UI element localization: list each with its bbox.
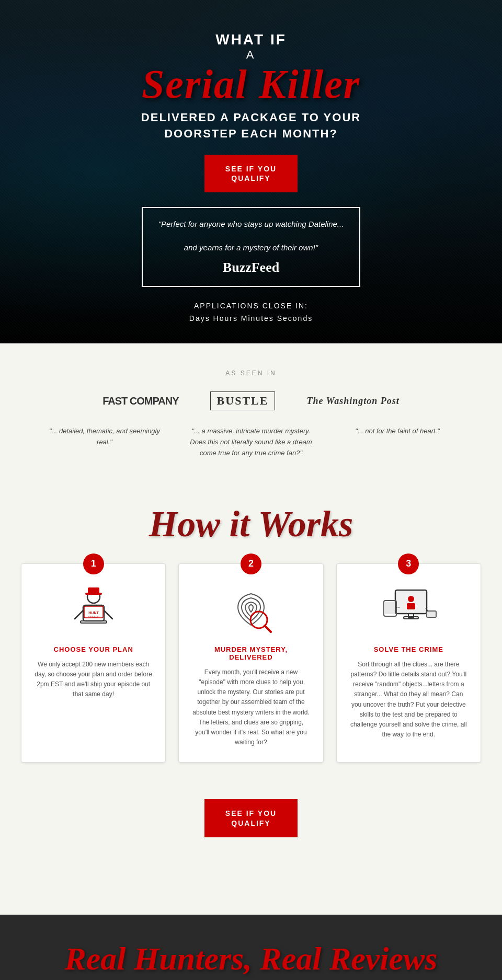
svg-rect-5: [81, 621, 107, 623]
as-seen-in-section: AS SEEN IN FAST COMPANY BUSTLE The Washi…: [0, 343, 502, 485]
press-quote-2: "... a massive, intricate murder mystery…: [188, 426, 314, 458]
hero-subtitle: DELIVERED A PACKAGE TO YOUR DOORSTEP EAC…: [120, 110, 382, 142]
cta-section: SEE IF YOUQUALIFY: [21, 789, 481, 883]
svg-text:HUNT: HUNT: [88, 611, 99, 615]
step-title-3: SOLVE THE CRIME: [349, 645, 468, 653]
steps-container: 1 HUNT × KILLER: [21, 563, 481, 763]
step-title-1: CHOOSE YOUR PLAN: [34, 645, 153, 653]
svg-rect-15: [407, 603, 415, 609]
step-desc-3: Sort through all the clues... are there …: [349, 660, 468, 740]
press-quotes: "... detailed, thematic, and seemingly r…: [42, 426, 460, 458]
step-icon-1: HUNT × KILLER: [62, 585, 125, 637]
reviews-section: Real Hunters, Real Reviews ✓ TRUSTPILOT …: [0, 915, 502, 980]
press-logos: FAST COMPANY BUSTLE The Washington Post: [21, 391, 481, 410]
reviews-title: Real Hunters, Real Reviews: [21, 941, 481, 976]
person-laptop-icon: HUNT × KILLER: [67, 587, 120, 635]
step-desc-1: We only accept 200 new members each day,…: [34, 660, 153, 700]
hero-what-if: WHAT IF: [215, 31, 287, 48]
monitor-crime-icon: [380, 587, 437, 635]
quote-text: "Perfect for anyone who stays up watchin…: [158, 218, 344, 254]
how-it-works-section: How it Works 1 HUNT × KILLER: [0, 485, 502, 915]
svg-point-14: [408, 596, 414, 602]
step-card-3: 3: [336, 563, 481, 763]
as-seen-in-label: AS SEEN IN: [21, 370, 481, 377]
svg-line-11: [265, 626, 271, 632]
step-number-3: 3: [398, 554, 419, 574]
hero-content: WHAT IF A Serial Killer DELIVERED A PACK…: [120, 31, 382, 322]
step-desc-2: Every month, you'll receive a new "episo…: [191, 667, 310, 748]
hero-serial-killer-title: Serial Killer: [142, 64, 360, 105]
step-icon-3: [377, 585, 440, 637]
how-it-works-title: How it Works: [21, 506, 481, 543]
how-it-works-cta-button[interactable]: SEE IF YOUQUALIFY: [204, 799, 298, 837]
hero-section: WHAT IF A Serial Killer DELIVERED A PACK…: [0, 0, 502, 343]
step-title-2: MURDER MYSTERY, DELIVERED: [191, 645, 310, 661]
press-quote-3: "... not for the faint of heart.": [335, 426, 460, 458]
svg-line-7: [104, 610, 112, 619]
step-card-1: 1 HUNT × KILLER: [21, 563, 166, 763]
wapo-logo: The Washington Post: [306, 396, 399, 407]
step-number-2: 2: [241, 554, 261, 574]
quote-source: BuzzFeed: [158, 260, 344, 275]
step-icon-2: [220, 585, 282, 637]
fast-company-logo: FAST COMPANY: [102, 395, 178, 407]
fingerprint-magnify-icon: [225, 587, 277, 635]
hero-cta-button[interactable]: SEE IF YOUQUALIFY: [204, 155, 298, 192]
svg-rect-19: [385, 602, 395, 614]
svg-text:× KILLER: × KILLER: [88, 615, 99, 618]
press-quote-1: "... detailed, thematic, and seemingly r…: [42, 426, 167, 458]
hero-a: A: [246, 48, 256, 62]
bustle-logo: BUSTLE: [210, 391, 276, 410]
step-card-2: 2 MURDER MYSTERY, DELIVERED Every month,…: [178, 563, 323, 763]
applications-close-label: APPLICATIONS CLOSE IN:: [194, 302, 308, 310]
step-number-1: 1: [83, 554, 104, 574]
quote-box: "Perfect for anyone who stays up watchin…: [142, 207, 361, 287]
svg-line-6: [75, 610, 83, 619]
svg-rect-9: [88, 587, 99, 594]
svg-rect-22: [427, 612, 436, 617]
countdown-label: Days Hours Minutes Seconds: [189, 314, 313, 322]
